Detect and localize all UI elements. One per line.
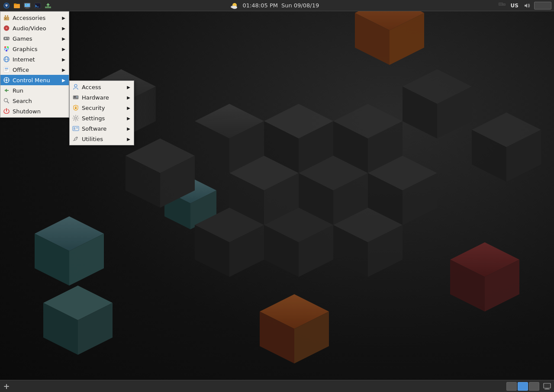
security-arrow: ▶	[127, 106, 130, 110]
security-label: Security	[82, 105, 122, 111]
date-display: Sun 09/08/19	[281, 2, 319, 9]
menu-item-control[interactable]: Control Menu ▶	[0, 75, 69, 85]
primary-menu: Accessories ▶ Audio/Video ▶ Games ▶ Grap…	[0, 11, 69, 118]
submenu-item-security[interactable]: Security ▶	[70, 103, 134, 113]
menu-container: Accessories ▶ Audio/Video ▶ Games ▶ Grap…	[0, 11, 69, 118]
show-desktop-button[interactable]	[542, 381, 552, 392]
svg-rect-94	[5, 68, 8, 69]
accessories-label: Accessories	[13, 15, 57, 21]
svg-point-87	[4, 46, 6, 48]
svg-rect-83	[5, 38, 6, 39]
shutdown-label: Shutdown	[13, 108, 65, 115]
search-icon	[3, 97, 10, 104]
control-menu-label: Control Menu	[13, 77, 57, 84]
menu-item-accessories[interactable]: Accessories ▶	[0, 13, 69, 23]
desktop-2-button[interactable]	[518, 382, 528, 391]
power-area[interactable]	[534, 2, 551, 10]
settings-arrow: ▶	[127, 116, 130, 121]
svg-rect-108	[76, 96, 77, 97]
cube-art	[0, 0, 554, 392]
app-menu-button[interactable]	[2, 1, 11, 10]
graphics-label: Graphics	[13, 46, 57, 52]
datetime-display: 01:48:05 PM	[242, 2, 278, 9]
access-icon	[72, 84, 79, 90]
submenu-item-hardware[interactable]: Hardware ▶	[70, 92, 134, 103]
file-manager-button[interactable]	[12, 1, 22, 10]
menu-item-internet[interactable]: Internet ▶	[0, 54, 69, 64]
menu-item-search[interactable]: Search	[0, 96, 69, 106]
menu-item-office[interactable]: Office ▶	[0, 64, 69, 75]
svg-rect-114	[76, 127, 78, 129]
utilities-arrow: ▶	[127, 137, 130, 141]
games-label: Games	[13, 35, 57, 42]
graphics-arrow: ▶	[62, 47, 65, 51]
svg-rect-63	[25, 8, 29, 8]
run-label: Run	[13, 87, 65, 94]
svg-point-105	[74, 84, 77, 87]
svg-rect-62	[26, 7, 29, 8]
terminal-button[interactable]	[33, 1, 42, 10]
svg-point-80	[6, 28, 7, 29]
svg-rect-76	[7, 15, 8, 17]
submenu-item-settings[interactable]: Settings ▶	[70, 113, 134, 123]
desktop-3-button[interactable]	[529, 382, 539, 391]
games-arrow: ▶	[62, 36, 65, 41]
audio-video-label: Audio/Video	[13, 25, 57, 32]
search-label: Search	[13, 98, 65, 104]
svg-point-111	[75, 117, 77, 119]
software-label: Software	[82, 125, 122, 132]
menu-item-audio-video[interactable]: Audio/Video ▶	[0, 23, 69, 33]
upload-button[interactable]	[43, 1, 53, 10]
desktop-1-button[interactable]	[506, 382, 517, 391]
settings-label: Settings	[82, 115, 122, 122]
svg-rect-118	[545, 388, 549, 389]
hardware-label: Hardware	[82, 94, 122, 101]
display-settings-button[interactable]	[23, 1, 32, 10]
submenu-item-access[interactable]: Access ▶	[70, 82, 134, 92]
svg-rect-110	[75, 107, 77, 109]
hardware-icon	[72, 94, 79, 101]
svg-rect-72	[499, 3, 502, 5]
submenu-item-utilities[interactable]: Utilities ▶	[70, 134, 134, 144]
svg-rect-66	[45, 6, 51, 8]
svg-point-69	[232, 6, 237, 9]
svg-point-115	[77, 137, 78, 138]
hardware-arrow: ▶	[127, 95, 130, 100]
svg-point-84	[7, 38, 8, 39]
internet-label: Internet	[13, 56, 57, 63]
svg-rect-73	[503, 3, 505, 5]
access-label: Access	[82, 84, 122, 90]
svg-point-85	[8, 39, 9, 39]
svg-rect-119	[544, 389, 550, 389]
settings-icon	[72, 115, 79, 122]
internet-icon	[3, 56, 10, 63]
display-tray-icon[interactable]	[497, 2, 507, 10]
utilities-icon	[72, 135, 79, 142]
svg-rect-77	[5, 18, 6, 19]
keyboard-layout[interactable]: US	[509, 2, 520, 10]
menu-item-shutdown[interactable]: Shutdown	[0, 106, 69, 116]
taskbar-left	[0, 1, 55, 10]
control-icon	[3, 77, 10, 84]
control-arrow: ▶	[62, 78, 65, 83]
control-submenu: Access ▶ Hardware ▶ Security ▶ Settings …	[69, 80, 134, 145]
taskbar-center: 01:48:05 PM Sun 09/08/19	[55, 2, 494, 10]
svg-point-88	[7, 46, 9, 48]
desktop-switcher	[506, 382, 539, 391]
graphics-icon	[3, 45, 10, 52]
office-icon	[3, 66, 10, 73]
accessories-arrow: ▶	[62, 16, 65, 20]
software-arrow: ▶	[127, 126, 130, 131]
volume-icon[interactable]	[522, 2, 532, 10]
menu-item-graphics[interactable]: Graphics ▶	[0, 44, 69, 54]
svg-rect-109	[77, 96, 77, 97]
menu-item-games[interactable]: Games ▶	[0, 33, 69, 44]
add-panel-button[interactable]: +	[1, 381, 12, 392]
shutdown-icon	[3, 108, 10, 115]
office-arrow: ▶	[62, 67, 65, 72]
taskbar-top: 01:48:05 PM Sun 09/08/19 US	[0, 0, 554, 11]
audio-video-arrow: ▶	[62, 26, 65, 31]
access-arrow: ▶	[127, 85, 130, 90]
menu-item-run[interactable]: Run	[0, 85, 69, 96]
submenu-item-software[interactable]: Software ▶	[70, 123, 134, 134]
